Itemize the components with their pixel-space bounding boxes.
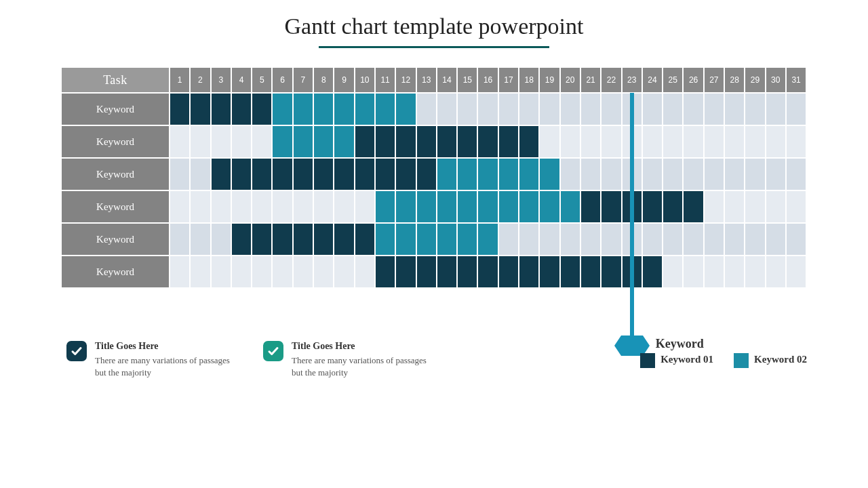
page-title: Gantt chart template powerpoint (0, 0, 868, 39)
gantt-cell (745, 158, 765, 190)
gantt-cell (395, 223, 416, 256)
gantt-cell (231, 125, 252, 158)
gantt-cell (395, 190, 416, 223)
gantt-cell (601, 256, 621, 288)
gantt-cell (416, 93, 437, 125)
header-day: 22 (601, 67, 621, 93)
gantt-cell (190, 125, 210, 158)
gantt-cell (457, 190, 477, 223)
gantt-cell (437, 256, 457, 288)
gantt-cell (437, 158, 457, 190)
gantt-cell (704, 223, 724, 256)
gantt-cell (766, 93, 786, 125)
gantt-cell (395, 93, 416, 125)
gantt-cell (375, 190, 395, 223)
gantt-cell (375, 93, 395, 125)
gantt-cell (211, 223, 231, 256)
gantt-cell (313, 158, 334, 190)
title-underline (319, 46, 549, 48)
gantt-cell (190, 256, 210, 288)
gantt-cell (477, 223, 498, 256)
legend-item-1: Keyword 01 (640, 353, 713, 368)
gantt-cell (560, 125, 580, 158)
legend-item-2: Keyword 02 (734, 353, 807, 368)
gantt-cell (211, 190, 231, 223)
gantt-cell (786, 93, 806, 125)
gantt-cell (231, 256, 252, 288)
gantt-cell (355, 190, 375, 223)
note-body: There are many variations of passages bu… (95, 354, 236, 378)
header-day: 29 (745, 67, 765, 93)
gantt-cell (437, 125, 457, 158)
note-title: Title Goes Here (95, 341, 236, 352)
header-day: 24 (642, 67, 663, 93)
gantt-cell (457, 158, 477, 190)
note-1: Title Goes Here There are many variation… (66, 341, 236, 378)
header-day: 7 (293, 67, 313, 93)
gantt-cell (519, 93, 539, 125)
gantt-cell (272, 256, 292, 288)
gantt-cell (704, 158, 724, 190)
gantt-cell (745, 190, 765, 223)
header-day: 9 (334, 67, 354, 93)
gantt-cell (272, 190, 292, 223)
gantt-cell (683, 125, 703, 158)
gantt-cell (252, 158, 272, 190)
gantt-cell (724, 93, 745, 125)
gantt-cell (334, 93, 354, 125)
gantt-cell (745, 125, 765, 158)
gantt-cell (498, 158, 519, 190)
gantt-cell (580, 223, 601, 256)
gantt-cell (642, 93, 663, 125)
gantt-cell (457, 223, 477, 256)
gantt-cell (539, 190, 559, 223)
header-day: 1 (170, 67, 190, 93)
task-label: Keyword (61, 190, 170, 223)
gantt-cell (519, 223, 539, 256)
gantt-cell (580, 158, 601, 190)
gantt-cell (745, 223, 765, 256)
gantt-cell (539, 256, 559, 288)
gantt-cell (252, 125, 272, 158)
gantt-cell (313, 190, 334, 223)
check-icon (66, 341, 87, 361)
gantt-cell (313, 223, 334, 256)
gantt-cell (416, 190, 437, 223)
gantt-cell (355, 93, 375, 125)
gantt-cell (560, 256, 580, 288)
gantt-cell (293, 125, 313, 158)
gantt-cell (766, 190, 786, 223)
gantt-cell (519, 125, 539, 158)
gantt-cell (457, 125, 477, 158)
gantt-cell (724, 190, 745, 223)
gantt-cell (580, 190, 601, 223)
gantt-cell (498, 256, 519, 288)
header-day: 19 (539, 67, 559, 93)
gantt-cell (437, 93, 457, 125)
legend-swatch-1 (640, 353, 655, 368)
gantt-cell (724, 256, 745, 288)
gantt-cell (601, 190, 621, 223)
gantt-cell (416, 125, 437, 158)
gantt-cell (560, 93, 580, 125)
gantt-cell (560, 158, 580, 190)
header-day: 21 (580, 67, 601, 93)
gantt-cell (580, 125, 601, 158)
legend-label-2: Keyword 02 (754, 354, 807, 365)
gantt-cell (231, 93, 252, 125)
gantt-cell (745, 93, 765, 125)
header-task: Task (61, 67, 170, 93)
gantt-cell (355, 125, 375, 158)
task-label: Keyword (61, 93, 170, 125)
gantt-cell (601, 93, 621, 125)
gantt-cell (272, 93, 292, 125)
header-day: 18 (519, 67, 539, 93)
header-day: 11 (375, 67, 395, 93)
gantt-cell (375, 125, 395, 158)
header-day: 17 (498, 67, 519, 93)
gantt-cell (252, 256, 272, 288)
gantt-cell (211, 158, 231, 190)
header-day: 28 (724, 67, 745, 93)
gantt-cell (786, 125, 806, 158)
header-day: 12 (395, 67, 416, 93)
